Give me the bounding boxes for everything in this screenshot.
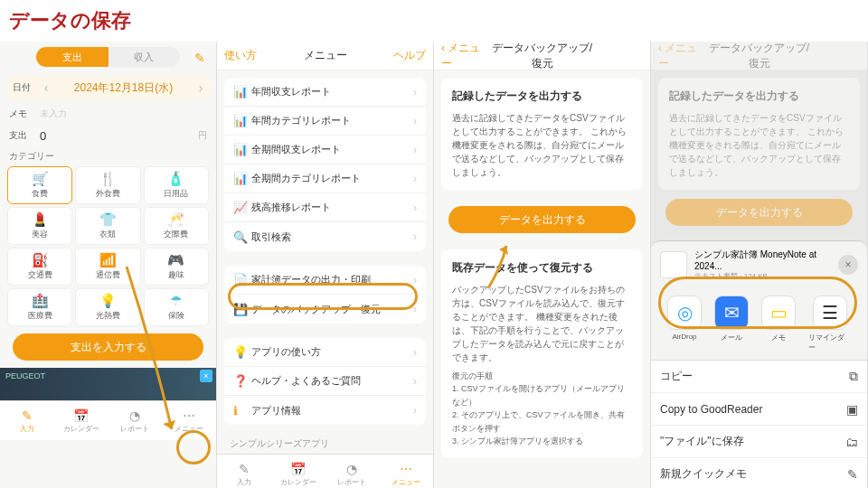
action-label: "ファイル"に保存 xyxy=(660,434,845,449)
step-item: 1. CSVファイルを開けるアプリ（メールアプリなど） xyxy=(452,382,632,408)
category-趣味[interactable]: 🎮趣味 xyxy=(144,248,209,286)
category-交通費[interactable]: ⛽交通費 xyxy=(7,248,72,286)
menu-item[interactable]: 💡アプリの使い方› xyxy=(224,338,426,367)
seg-expense[interactable]: 支出 xyxy=(36,47,108,67)
header-left[interactable]: 使い方 xyxy=(224,48,274,63)
memo-input[interactable]: 未入力 xyxy=(40,108,207,120)
menu-item[interactable]: 📊全期間収支レポート› xyxy=(224,136,426,164)
menu-icon: ℹ xyxy=(233,404,251,418)
card-title: 記録したデータを出力する xyxy=(669,89,849,104)
seg-income[interactable]: 収入 xyxy=(108,47,181,67)
menu-icon: 💡 xyxy=(233,345,251,359)
tab-カレンダー[interactable]: 📅カレンダー xyxy=(54,401,108,440)
category-交際費[interactable]: 🥂交際費 xyxy=(144,207,209,245)
edit-icon[interactable]: ✎ xyxy=(194,51,205,65)
close-icon[interactable]: × xyxy=(838,255,858,275)
menu-icon: 📊 xyxy=(233,172,251,185)
menu-item[interactable]: 📊全期間カテゴリレポート› xyxy=(224,164,426,193)
app-label: メモ xyxy=(771,333,786,343)
action-label: コピー xyxy=(660,369,849,384)
menu-icon: 📄 xyxy=(233,273,251,286)
category-外食費[interactable]: 🍴外食費 xyxy=(75,166,140,204)
header-right[interactable]: ヘルプ xyxy=(376,48,426,63)
category-通信費[interactable]: 📶通信費 xyxy=(75,248,140,286)
menu-item[interactable]: 💾データのバックアップ・復元› xyxy=(224,295,426,324)
share-action[interactable]: "ファイル"に保存🗂 xyxy=(651,426,867,458)
menu-item[interactable]: 📊年間収支レポート› xyxy=(224,78,426,107)
card-title: 既存データを使って復元する xyxy=(452,260,632,276)
chevron-right-icon: › xyxy=(413,202,417,214)
share-sheet: シンプル家計簿 MoneyNote at 2024... テキスト書類 · 12… xyxy=(651,240,867,488)
panel-share: ‹ メニュー データバックアップ/復元 記録したデータを出力する 過去に記録して… xyxy=(651,42,868,488)
tab-メニュー[interactable]: ⋯メニュー xyxy=(379,455,433,488)
category-衣類[interactable]: 👕衣類 xyxy=(75,207,140,245)
export-card: 記録したデータを出力する 過去に記録してきたデータをCSVファイルとして出力する… xyxy=(441,78,643,190)
category-美容[interactable]: 💄美容 xyxy=(7,207,72,245)
category-食費[interactable]: 🛒食費 xyxy=(7,166,72,204)
step-item: 2. そのアプリ上で、CSVファイルを開き、共有ボタンを押す xyxy=(452,408,632,435)
tab-入力[interactable]: ✎入力 xyxy=(0,401,54,440)
share-action[interactable]: Copy to GoodReader▣ xyxy=(651,393,867,426)
file-icon xyxy=(660,251,687,278)
segment-control[interactable]: 支出 収入 xyxy=(36,47,180,67)
share-action[interactable]: 新規クイックメモ✎ xyxy=(651,458,867,488)
category-label: 趣味 xyxy=(168,269,184,281)
share-app-メモ[interactable]: ▭メモ xyxy=(761,296,796,352)
category-光熱費[interactable]: 💡光熱費 xyxy=(75,288,140,326)
amount-row[interactable]: 支出 0 円 xyxy=(0,125,216,146)
header-title: メニュー xyxy=(274,48,376,63)
category-icon: 🏥 xyxy=(32,293,49,309)
app-icon: ✉ xyxy=(714,296,749,330)
tab-label: レポート xyxy=(120,424,149,434)
amount-value[interactable]: 0 xyxy=(40,129,198,143)
card-text: 過去に記録してきたデータをCSVファイルとして出力することができます。 これから… xyxy=(452,111,632,179)
category-icon: 🥂 xyxy=(167,211,184,228)
action-icon: ▣ xyxy=(846,402,858,417)
tab-icon: ◔ xyxy=(129,408,140,423)
export-card: 記録したデータを出力する 過去に記録してきたデータをCSVファイルとして出力する… xyxy=(658,78,860,190)
category-保険[interactable]: ☂保険 xyxy=(144,288,209,326)
share-app-リマインダー[interactable]: ☰リマインダー xyxy=(808,296,851,352)
category-label: 保険 xyxy=(168,310,184,322)
date-picker[interactable]: 日付 ‹ 2024年12月18日(水) › xyxy=(7,76,209,99)
menu-label: 残高推移レポート xyxy=(251,201,413,214)
menu-item[interactable]: ❓ヘルプ・よくあるご質問› xyxy=(224,367,426,396)
share-action[interactable]: コピー⧉ xyxy=(651,361,867,393)
back-button: ‹ メニュー xyxy=(658,41,708,71)
tab-icon: 📅 xyxy=(290,462,306,476)
tab-レポート[interactable]: ◔レポート xyxy=(108,401,163,440)
share-app-AirDrop[interactable]: ◎AirDrop xyxy=(667,296,702,352)
chevron-right-icon: › xyxy=(413,86,417,99)
menu-icon: ❓ xyxy=(233,374,251,388)
tab-レポート[interactable]: ◔レポート xyxy=(326,455,380,488)
category-日用品[interactable]: 🧴日用品 xyxy=(144,166,209,204)
tab-label: 入力 xyxy=(237,477,251,487)
menu-icon: 📈 xyxy=(233,201,251,214)
tab-メニュー[interactable]: ⋯メニュー xyxy=(162,401,216,440)
menu-label: 年間カテゴリレポート xyxy=(251,114,413,127)
tab-icon: ◔ xyxy=(346,462,357,476)
menu-item[interactable]: 📈残高推移レポート› xyxy=(224,193,426,222)
chevron-right-icon[interactable]: › xyxy=(193,80,209,95)
chevron-left-icon[interactable]: ‹ xyxy=(38,80,54,95)
tab-入力[interactable]: ✎入力 xyxy=(217,455,271,488)
action-icon: ✎ xyxy=(847,467,858,482)
step-item: 3. シンプル家計簿アプリを選択する xyxy=(452,435,632,447)
share-app-メール[interactable]: ✉メール xyxy=(714,296,749,352)
chevron-right-icon: › xyxy=(413,303,417,315)
menu-item[interactable]: 📊年間カテゴリレポート› xyxy=(224,107,426,136)
menu-icon: 🔍 xyxy=(233,230,251,244)
menu-item[interactable]: 🔍取引検索› xyxy=(224,222,426,251)
tab-カレンダー[interactable]: 📅カレンダー xyxy=(271,455,326,488)
memo-row[interactable]: メモ 未入力 xyxy=(0,103,216,125)
back-button[interactable]: ‹ メニュー xyxy=(441,41,491,71)
category-医療費[interactable]: 🏥医療費 xyxy=(7,288,72,326)
menu-item[interactable]: 📄家計簿データの出力・印刷› xyxy=(224,266,426,295)
ad-banner[interactable]: PEUGEOT × xyxy=(0,368,216,400)
ad-close-icon[interactable]: × xyxy=(200,370,212,382)
menu-item[interactable]: ℹアプリ情報› xyxy=(224,396,426,425)
category-icon: 📶 xyxy=(99,252,117,268)
tab-label: メニュー xyxy=(175,424,203,434)
export-button[interactable]: データを出力する xyxy=(448,206,636,233)
submit-button[interactable]: 支出を入力する xyxy=(13,333,203,361)
